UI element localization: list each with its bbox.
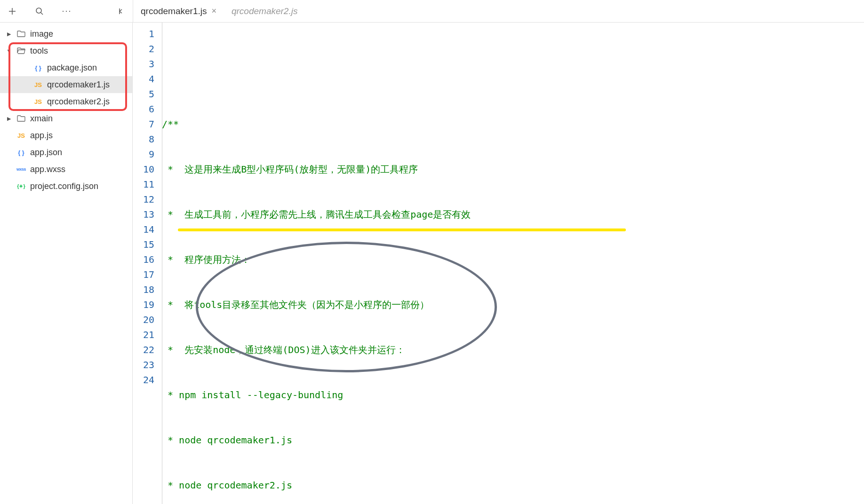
search-button[interactable] [33,5,46,18]
tree-label: app.json [30,148,62,158]
js-icon: JS [33,81,43,88]
folder-open-icon [16,47,26,54]
tree-folder-tools[interactable]: ▼ tools [0,42,132,59]
tree-folder-xmain[interactable]: ▶ xmain [0,110,132,127]
file-tree: ▶ image ▼ tools ▶ { } package.json ▶ JS … [0,23,133,504]
js-icon: JS [16,132,26,139]
code-line: * 将tools目录移至其他文件夹（因为不是小程序的一部份） [162,297,864,312]
line-gutter: 123456789101112131415161718192021222324 [133,23,162,504]
fold-divider [162,23,162,504]
tree-label: app.js [30,131,53,141]
tree-label: app.wxss [30,165,65,174]
tree-file-package-json[interactable]: ▶ { } package.json [0,59,132,76]
code-line: * 生成工具前，小程序必需先上线，腾讯生成工具会检查page是否有效 [162,207,864,222]
close-icon[interactable]: × [211,6,216,16]
tree-label: tools [30,46,48,56]
chevron-right-icon: ▶ [6,116,12,122]
config-icon: {✦} [16,183,26,189]
code-line: * 先安装node，通过终端(DOS)进入该文件夹并运行： [162,342,864,357]
tree-label: image [30,29,53,39]
tab-label: qrcodemaker2.js [232,6,297,16]
json-icon: { } [33,64,43,71]
folder-icon [16,115,26,122]
annotation-yellow-underline [178,228,626,231]
tab-label: qrcodemaker1.js [141,6,207,16]
main-area: ▶ image ▼ tools ▶ { } package.json ▶ JS … [0,23,864,504]
tree-label: qrcodemaker1.js [47,80,110,90]
code-content[interactable]: /** * 这是用来生成B型小程序码(放射型，无限量)的工具程序 * 生成工具前… [162,23,864,504]
code-editor[interactable]: 123456789101112131415161718192021222324 … [133,23,864,504]
tree-label: package.json [47,63,97,73]
tree-file-app-json[interactable]: ▶ { } app.json [0,144,132,161]
code-line: /** [162,117,864,132]
chevron-right-icon: ▶ [6,31,12,37]
code-line: * node qrcodemaker2.js [162,478,864,493]
tab-qrcodemaker2[interactable]: qrcodemaker2.js [224,0,305,22]
js-icon: JS [33,98,43,105]
tree-file-qrcodemaker2[interactable]: ▶ JS qrcodemaker2.js [0,93,132,110]
tree-label: xmain [30,114,53,124]
code-line: * npm install --legacy-bundling [162,387,864,402]
tab-qrcodemaker1[interactable]: qrcodemaker1.js × [133,0,224,22]
tree-label: qrcodemaker2.js [47,97,110,107]
code-line: * 这是用来生成B型小程序码(放射型，无限量)的工具程序 [162,162,864,177]
tree-file-project-config[interactable]: ▶ {✦} project.config.json [0,178,132,195]
tree-file-app-wxss[interactable]: ▶ wxss app.wxss [0,161,132,178]
json-icon: { } [16,149,26,156]
more-button[interactable]: ··· [60,5,73,18]
tree-folder-image[interactable]: ▶ image [0,25,132,42]
sidebar-toolbar: ··· [0,0,133,22]
editor-tabs: qrcodemaker1.js × qrcodemaker2.js [133,0,864,22]
wxss-icon: wxss [16,167,26,172]
tree-file-qrcodemaker1[interactable]: ▶ JS qrcodemaker1.js [0,76,132,93]
top-bar: ··· qrcodemaker1.js × qrcodemaker2.js [0,0,864,23]
collapse-button[interactable] [114,5,127,18]
chevron-down-icon: ▼ [6,48,12,54]
code-line: * 程序使用方法： [162,252,864,267]
tree-label: project.config.json [30,181,98,191]
folder-icon [16,31,26,37]
tree-file-app-js[interactable]: ▶ JS app.js [0,127,132,144]
code-line: * node qrcodemaker1.js [162,433,864,448]
svg-point-0 [36,8,41,13]
add-button[interactable] [6,5,19,18]
